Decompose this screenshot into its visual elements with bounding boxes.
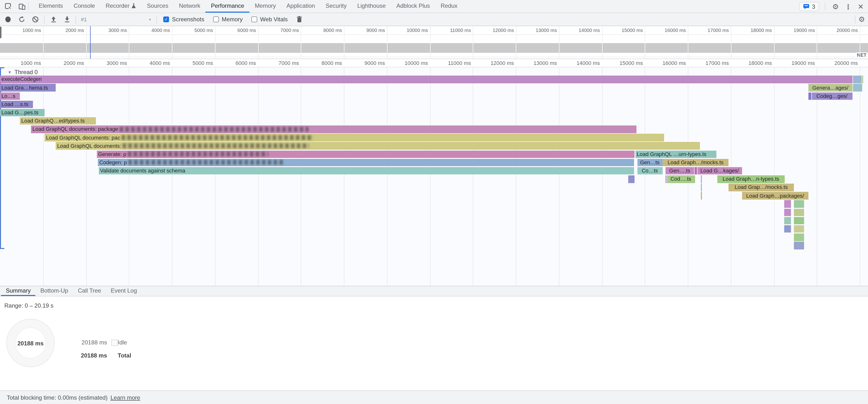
tab-summary[interactable]: Summary <box>1 286 36 296</box>
flame-bar[interactable]: Codeg…ges/ <box>812 92 852 100</box>
tab-security[interactable]: Security <box>320 0 352 12</box>
tab-call-tree[interactable]: Call Tree <box>73 286 106 296</box>
tab-console[interactable]: Console <box>68 0 100 12</box>
save-profile-icon[interactable] <box>62 15 71 24</box>
timeline-overview[interactable]: FPS CPU NET 1000 ms2000 ms3000 ms4000 ms… <box>0 26 868 59</box>
divider <box>44 15 44 23</box>
flame-bar[interactable] <box>862 75 863 83</box>
flame-bar[interactable]: Load GraphQL documents: package <box>31 125 637 133</box>
flame-bar[interactable] <box>794 242 804 249</box>
flame-bar[interactable]: Lo…s <box>0 92 20 100</box>
flame-bar[interactable] <box>794 225 804 233</box>
flame-bar[interactable] <box>665 175 666 183</box>
flame-bar[interactable]: Load …s.ts <box>0 100 33 108</box>
flame-bar[interactable]: Load Graph…/mocks.ts <box>662 159 728 166</box>
tab-sources[interactable]: Sources <box>142 0 174 12</box>
flame-bar[interactable]: Load Graph…packages/ <box>742 192 808 199</box>
checkbox-screenshots[interactable]: ✓Screenshots <box>163 16 204 23</box>
tab-label: Application <box>286 2 315 9</box>
flame-bar[interactable] <box>853 75 862 83</box>
flame-chart[interactable]: ▼ Thread 0 executeCodegenLoad Gra…hema.t… <box>0 67 868 286</box>
flame-bar[interactable] <box>853 84 862 92</box>
tab-recorder[interactable]: Recorder <box>100 0 142 12</box>
settings-gear-icon[interactable]: ⚙ <box>831 2 840 11</box>
flame-bar[interactable] <box>701 184 702 191</box>
flame-bar[interactable] <box>784 200 791 208</box>
flame-bar[interactable]: Load G…pes.ts <box>0 109 44 117</box>
flame-bar[interactable]: Codegen: p <box>98 159 634 166</box>
load-profile-icon[interactable] <box>49 15 58 24</box>
flame-bar[interactable]: Load GraphQ…ed/types.ts <box>20 117 96 125</box>
flame-bar[interactable] <box>701 175 702 183</box>
flame-bar[interactable]: Load GraphQL documents: <box>56 142 700 150</box>
flame-bar[interactable]: executeCodegen <box>0 75 852 83</box>
device-toolbar-icon[interactable] <box>18 2 26 11</box>
flame-bar[interactable]: Gen…ts <box>637 159 662 166</box>
flame-bar[interactable]: Load Graph…n-types.ts <box>717 175 785 183</box>
flame-bar[interactable]: Load Gra…hema.ts <box>0 84 56 92</box>
checkbox-unchecked-icon[interactable] <box>213 17 219 22</box>
flamechart-gridline <box>860 67 860 286</box>
history-dropdown[interactable]: #1 ▼ <box>78 14 155 24</box>
checkbox-unchecked-icon[interactable] <box>251 17 257 22</box>
overview-playhead[interactable] <box>90 26 91 59</box>
close-devtools-icon[interactable]: ✕ <box>857 2 865 11</box>
flame-bar[interactable]: Load Grap…/mocks.ts <box>728 184 794 191</box>
inspect-element-icon[interactable] <box>4 2 12 11</box>
tab-bottom-up[interactable]: Bottom-Up <box>36 286 73 296</box>
time-breakdown-donut: 20188 ms <box>6 319 55 367</box>
flame-bar[interactable] <box>794 200 804 208</box>
clear-recording-icon[interactable] <box>31 15 40 24</box>
flame-bar[interactable]: Load G…kages/ <box>697 167 742 175</box>
flame-bar[interactable] <box>628 175 634 183</box>
kebab-menu-icon[interactable]: ⋮ <box>844 2 852 11</box>
flame-bar[interactable]: Gen….ts <box>665 167 694 175</box>
flame-bar[interactable] <box>794 234 804 241</box>
donut-total: 20188 ms <box>7 340 54 347</box>
reload-and-record-icon[interactable] <box>18 15 26 24</box>
flamechart-ruler[interactable]: 1000 ms2000 ms3000 ms4000 ms5000 ms6000 … <box>0 59 868 67</box>
tab-adblock-plus[interactable]: Adblock Plus <box>391 0 435 12</box>
issues-badge-button[interactable]: 3 <box>800 2 819 11</box>
tab-lighthouse[interactable]: Lighthouse <box>352 0 391 12</box>
flame-bar[interactable] <box>794 209 804 216</box>
tab-application[interactable]: Application <box>281 0 320 12</box>
capture-settings-gear-icon[interactable]: ⚙ <box>857 15 866 24</box>
flame-bar[interactable]: Genera…ages/ <box>808 84 852 92</box>
overview-gridline <box>516 26 516 59</box>
thread-header[interactable]: ▼ Thread 0 <box>8 69 38 75</box>
ruler-tick-label: 3000 ms <box>106 60 129 66</box>
tab-event-log[interactable]: Event Log <box>106 286 142 296</box>
tab-network[interactable]: Network <box>174 0 206 12</box>
tab-performance[interactable]: Performance <box>206 0 249 12</box>
flame-bar[interactable]: Co…ts <box>637 167 662 175</box>
flame-bar[interactable] <box>784 225 791 233</box>
ruler-tick-label: 12000 ms <box>490 60 516 66</box>
checkbox-memory[interactable]: Memory <box>213 16 243 23</box>
tab-redux[interactable]: Redux <box>435 0 463 12</box>
trash-icon[interactable] <box>295 15 304 24</box>
flame-bar[interactable]: Cod….ts <box>667 175 695 183</box>
overview-left-handle[interactable] <box>0 27 1 38</box>
checkbox-web-vitals[interactable]: Web Vitals <box>251 16 288 23</box>
overview-gridline <box>860 26 860 59</box>
flame-bar[interactable] <box>784 209 791 216</box>
flame-bar[interactable] <box>694 167 697 175</box>
flame-bar[interactable]: Generate: p <box>97 150 634 158</box>
flame-bar[interactable] <box>784 217 791 224</box>
flame-bar[interactable] <box>808 92 811 100</box>
flame-bar[interactable] <box>701 192 702 199</box>
learn-more-link[interactable]: Learn more <box>111 394 140 401</box>
tab-elements[interactable]: Elements <box>33 0 68 12</box>
checkbox-checked-icon[interactable]: ✓ <box>163 17 169 22</box>
tab-memory[interactable]: Memory <box>249 0 281 12</box>
flame-bar[interactable]: Load GraphQL …urn-types.ts <box>635 150 716 158</box>
flame-bar[interactable] <box>794 217 804 224</box>
flame-bar[interactable]: Validate documents against schema <box>99 167 634 175</box>
ruler-tick-label: 8000 ms <box>321 60 344 66</box>
record-button[interactable] <box>5 17 11 22</box>
flame-bar[interactable]: Load GraphQL documents: pac <box>44 134 664 142</box>
flame-bar-label: Load …s.ts <box>0 101 28 108</box>
overview-gridline <box>688 26 688 59</box>
ruler-tick-label: 19000 ms <box>792 60 817 66</box>
